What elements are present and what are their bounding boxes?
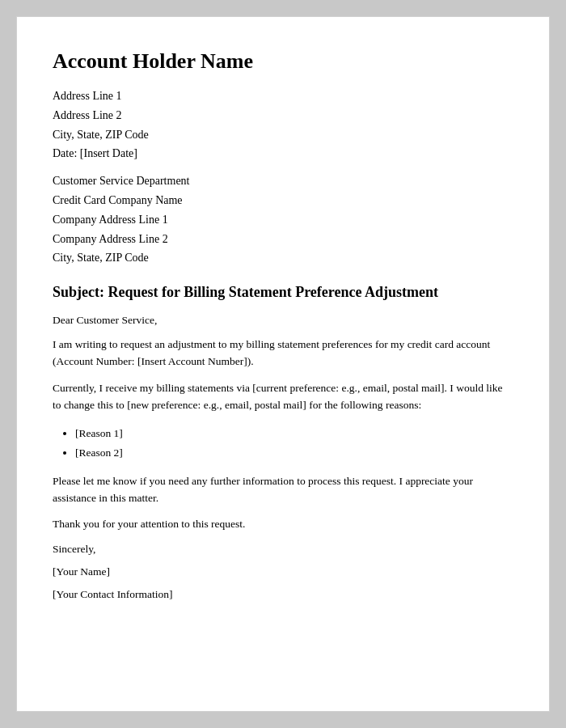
recipient-company-address1: Company Address Line 1: [53, 210, 513, 230]
paragraph-2: Currently, I receive my billing statemen…: [53, 380, 513, 414]
closing-name: [Your Name]: [53, 565, 513, 578]
letter-document: Account Holder Name Address Line 1 Addre…: [16, 16, 550, 712]
closing-sincerely: Sincerely,: [53, 543, 513, 556]
recipient-address-block: Customer Service Department Credit Card …: [53, 171, 513, 268]
reason-1: [Reason 1]: [75, 424, 513, 443]
closing-contact: [Your Contact Information]: [53, 588, 513, 601]
paragraph-1: I am writing to request an adjustment to…: [53, 336, 513, 370]
recipient-city-state-zip: City, State, ZIP Code: [53, 248, 513, 268]
sender-address-block: Address Line 1 Address Line 2 City, Stat…: [53, 87, 513, 163]
recipient-company: Credit Card Company Name: [53, 191, 513, 210]
subject-heading: Subject: Request for Billing Statement P…: [53, 282, 513, 303]
paragraph-3: Please let me know if you need any furth…: [53, 473, 513, 507]
paragraph-4: Thank you for your attention to this req…: [53, 516, 513, 533]
address-city-state-zip: City, State, ZIP Code: [53, 125, 513, 145]
reason-2: [Reason 2]: [75, 443, 513, 463]
recipient-department: Customer Service Department: [53, 171, 513, 191]
salutation: Dear Customer Service,: [53, 314, 513, 327]
account-holder-name: Account Holder Name: [53, 49, 513, 74]
reasons-list: [Reason 1] [Reason 2]: [75, 424, 513, 463]
address-line2: Address Line 2: [53, 106, 513, 125]
date-line: Date: [Insert Date]: [53, 144, 513, 163]
address-line1: Address Line 1: [53, 87, 513, 106]
recipient-company-address2: Company Address Line 2: [53, 230, 513, 249]
